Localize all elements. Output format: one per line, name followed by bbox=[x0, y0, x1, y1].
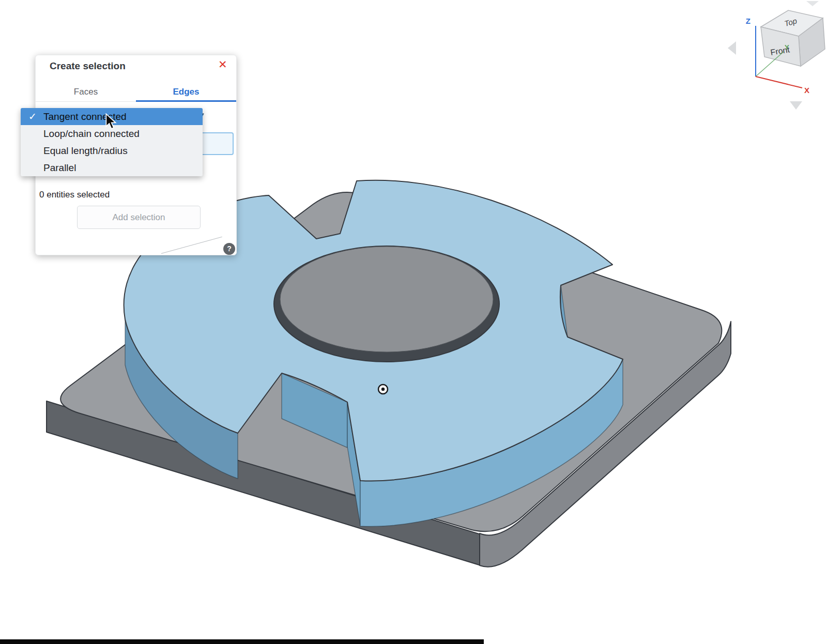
tab-edges[interactable]: Edges bbox=[136, 82, 236, 102]
point-marker[interactable] bbox=[378, 385, 388, 394]
dialog-title: Create selection bbox=[50, 60, 126, 72]
menu-item-label: Parallel bbox=[43, 162, 76, 173]
x-axis-label: X bbox=[804, 86, 809, 95]
mouse-cursor-icon bbox=[104, 113, 120, 130]
entities-selected-status: 0 entities selected bbox=[39, 190, 110, 200]
menu-item-equal-length-radius[interactable]: Equal length/radius bbox=[21, 142, 203, 159]
view-cube[interactable]: Top Front Z Y X bbox=[728, 1, 825, 110]
rotate-left-arrow-icon[interactable] bbox=[728, 41, 736, 55]
menu-item-parallel[interactable]: Parallel bbox=[21, 159, 203, 176]
rotate-top-arrow-icon[interactable] bbox=[806, 1, 819, 6]
app-canvas: Top Front Z Y X Create selection ✕ Faces… bbox=[0, 0, 827, 644]
rotate-down-arrow-icon[interactable] bbox=[790, 101, 802, 110]
dialog-tail-line bbox=[161, 237, 222, 254]
help-icon[interactable]: ? bbox=[223, 243, 235, 255]
add-selection-button[interactable]: Add selection bbox=[77, 206, 201, 229]
checkmark-icon: ✓ bbox=[28, 108, 37, 125]
menu-item-label: Loop/chain connected bbox=[43, 128, 140, 139]
bottom-bar bbox=[0, 639, 484, 644]
pocket-floor[interactable] bbox=[280, 247, 493, 352]
menu-item-label: Equal length/radius bbox=[43, 145, 128, 156]
tab-faces[interactable]: Faces bbox=[36, 82, 136, 102]
close-icon[interactable]: ✕ bbox=[218, 58, 227, 71]
z-axis-label: Z bbox=[746, 17, 751, 25]
active-tab-underline bbox=[136, 100, 236, 102]
x-axis bbox=[756, 76, 802, 88]
y-axis-label: Y bbox=[785, 43, 789, 51]
